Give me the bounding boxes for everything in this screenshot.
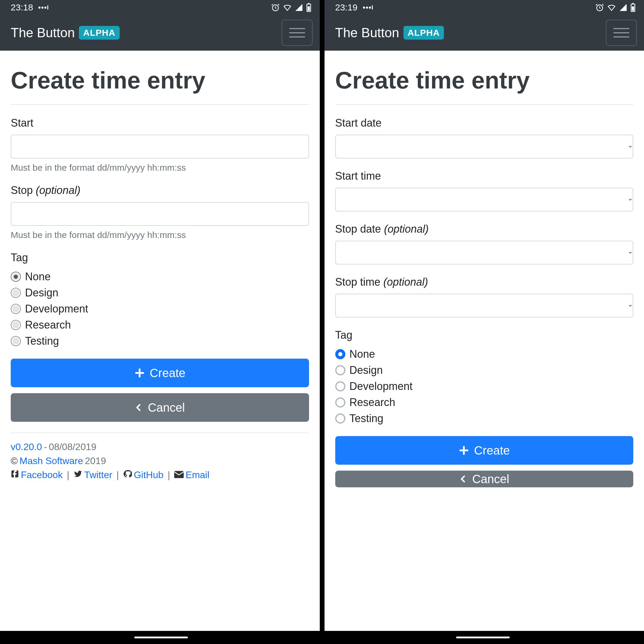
gesture-indicator bbox=[456, 637, 510, 638]
tag-label: Tag bbox=[335, 329, 634, 342]
stop-time-label: Stop time (optional) bbox=[335, 276, 634, 288]
copyright-icon: © bbox=[11, 456, 18, 467]
email-icon bbox=[174, 470, 184, 481]
tag-option-none[interactable]: None bbox=[335, 348, 634, 361]
tag-option-development[interactable]: Development bbox=[335, 380, 634, 393]
tag-option-research[interactable]: Research bbox=[335, 396, 634, 409]
alarm-icon bbox=[595, 3, 604, 12]
github-link[interactable]: GitHub bbox=[134, 470, 163, 481]
tag-option-research[interactable]: Research bbox=[11, 319, 309, 331]
wifi-icon bbox=[607, 3, 616, 12]
signal-icon bbox=[619, 3, 627, 12]
create-button[interactable]: Create bbox=[11, 359, 309, 387]
tag-option-design[interactable]: Design bbox=[11, 286, 309, 299]
battery-icon bbox=[630, 3, 636, 12]
tag-option-testing[interactable]: Testing bbox=[335, 412, 634, 425]
page-title: Create time entry bbox=[335, 67, 634, 93]
start-time-group: Start time bbox=[335, 170, 634, 211]
start-input[interactable] bbox=[11, 135, 309, 158]
status-bar: 23:19 bbox=[325, 0, 644, 15]
menu-button[interactable] bbox=[606, 20, 637, 46]
status-icons bbox=[271, 3, 311, 12]
alpha-badge: ALPHA bbox=[79, 26, 119, 40]
start-label: Start bbox=[11, 117, 309, 129]
brand-text: The Button bbox=[335, 25, 399, 40]
page-title: Create time entry bbox=[11, 67, 309, 93]
svg-rect-2 bbox=[308, 3, 309, 4]
brand[interactable]: The Button ALPHA bbox=[11, 25, 120, 40]
brand-text: The Button bbox=[11, 25, 75, 40]
battery-icon bbox=[306, 3, 311, 12]
menu-button[interactable] bbox=[282, 20, 313, 46]
tag-option-development[interactable]: Development bbox=[11, 302, 309, 315]
chevron-left-icon bbox=[459, 474, 467, 484]
facebook-icon bbox=[11, 470, 19, 481]
navbar: The Button ALPHA bbox=[0, 15, 320, 51]
stop-date-label: Stop date (optional) bbox=[335, 223, 634, 235]
email-link[interactable]: Email bbox=[185, 470, 209, 481]
signal-icon bbox=[295, 3, 303, 12]
twitter-icon bbox=[74, 470, 82, 481]
tag-radio-list: None Design Development Research bbox=[335, 348, 634, 425]
chevron-left-icon bbox=[135, 402, 143, 413]
plus-icon bbox=[134, 368, 145, 378]
stop-time-group: Stop time (optional) bbox=[335, 276, 634, 317]
twitter-link[interactable]: Twitter bbox=[84, 470, 112, 481]
system-nav-bar bbox=[0, 631, 644, 644]
hamburger-icon bbox=[289, 28, 305, 29]
status-time: 23:19 bbox=[335, 2, 358, 13]
company-link[interactable]: Mash Software bbox=[20, 456, 83, 467]
tag-option-none[interactable]: None bbox=[11, 270, 309, 283]
stop-input[interactable] bbox=[11, 202, 309, 226]
stop-date-group: Stop date (optional) bbox=[335, 223, 634, 264]
divider bbox=[335, 104, 634, 105]
start-date-label: Start date bbox=[335, 117, 634, 129]
status-bar: 23:18 bbox=[0, 0, 320, 15]
tag-section: Tag None Design Development bbox=[335, 329, 634, 425]
start-time-select[interactable] bbox=[335, 188, 634, 211]
tag-option-testing[interactable]: Testing bbox=[11, 335, 309, 347]
alpha-badge: ALPHA bbox=[403, 26, 444, 40]
svg-rect-3 bbox=[308, 6, 310, 11]
stop-hint: Must be in the format dd/mm/yyyy hh:mm:s… bbox=[11, 230, 309, 240]
status-icons bbox=[595, 3, 636, 12]
create-button[interactable]: Create bbox=[335, 436, 634, 465]
stop-date-select[interactable] bbox=[335, 241, 634, 264]
start-date-group: Start date bbox=[335, 117, 634, 158]
divider bbox=[11, 104, 309, 105]
footer-divider bbox=[11, 433, 309, 433]
gesture-indicator bbox=[134, 637, 188, 638]
wifi-icon bbox=[283, 3, 292, 12]
start-field-group: Start Must be in the format dd/mm/yyyy h… bbox=[11, 117, 309, 173]
tag-section: Tag None Design Development bbox=[11, 251, 309, 347]
start-hint: Must be in the format dd/mm/yyyy hh:mm:s… bbox=[11, 163, 309, 173]
status-time: 23:18 bbox=[11, 2, 33, 13]
cancel-button[interactable]: Cancel bbox=[335, 471, 634, 487]
start-date-select[interactable] bbox=[335, 135, 634, 158]
facebook-link[interactable]: Facebook bbox=[21, 470, 63, 481]
tag-option-design[interactable]: Design bbox=[335, 364, 634, 377]
main-content: Create time entry Start Must be in the f… bbox=[0, 51, 320, 631]
main-content: Create time entry Start date Start time … bbox=[325, 51, 644, 631]
github-icon bbox=[123, 470, 132, 481]
stop-time-select[interactable] bbox=[335, 294, 634, 317]
stop-field-group: Stop (optional) Must be in the format dd… bbox=[11, 184, 309, 240]
cancel-button[interactable]: Cancel bbox=[11, 393, 309, 422]
tag-radio-list: None Design Development Research bbox=[11, 270, 309, 347]
tag-label: Tag bbox=[11, 251, 309, 264]
svg-rect-9 bbox=[632, 6, 634, 11]
start-time-label: Start time bbox=[335, 170, 634, 182]
footer: v0.20.0 - 08/08/2019 © Mash Software 201… bbox=[11, 442, 309, 481]
footer-date: 08/08/2019 bbox=[49, 442, 96, 453]
version-link[interactable]: v0.20.0 bbox=[11, 442, 42, 453]
screen-left: 23:18 The Button ALPHA bbox=[0, 0, 322, 631]
status-notification-icon bbox=[38, 5, 48, 10]
brand[interactable]: The Button ALPHA bbox=[335, 25, 444, 40]
footer-year: 2019 bbox=[85, 456, 106, 467]
status-notification-icon bbox=[363, 5, 373, 10]
svg-rect-8 bbox=[632, 3, 634, 4]
plus-icon bbox=[459, 445, 469, 456]
screen-right: 23:19 The Button ALPHA bbox=[322, 0, 644, 631]
stop-label: Stop (optional) bbox=[11, 184, 309, 196]
hamburger-icon bbox=[613, 28, 629, 29]
